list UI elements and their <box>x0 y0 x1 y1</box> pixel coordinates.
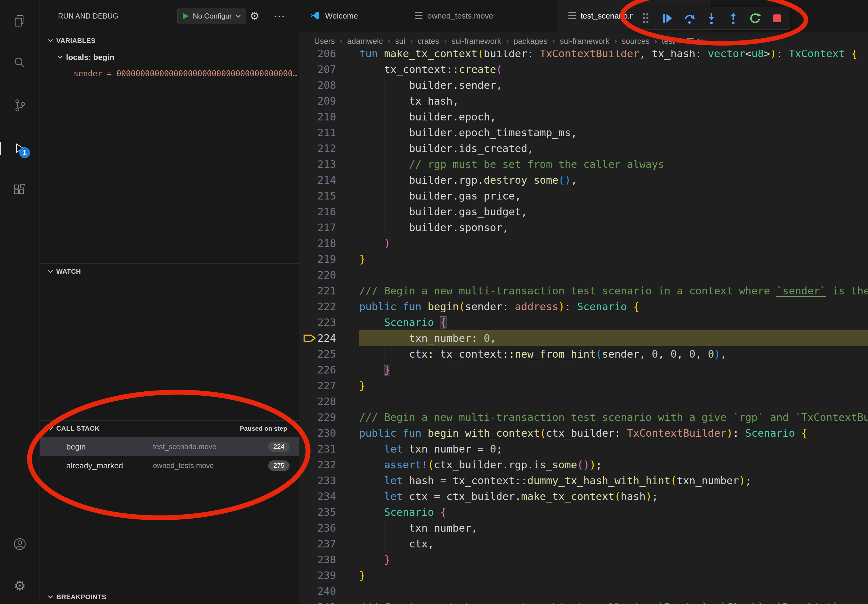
line-number[interactable]: 237 <box>299 536 359 552</box>
line-number[interactable]: 208 <box>299 77 359 93</box>
line-number[interactable]: 229 <box>299 409 359 425</box>
source-control-icon[interactable] <box>12 98 27 113</box>
more-actions-icon[interactable]: ⋯ <box>273 8 285 24</box>
code-line[interactable]: 226 } <box>299 362 868 378</box>
line-number[interactable]: 238 <box>299 552 359 567</box>
line-number[interactable]: 233 <box>299 472 359 488</box>
code-line[interactable]: 237 ctx, <box>299 536 868 552</box>
code-line[interactable]: 227} <box>299 378 868 393</box>
launch-config-control[interactable]: No Configur <box>177 8 246 24</box>
code-line[interactable]: 239} <box>299 567 868 583</box>
line-number[interactable]: 211 <box>299 125 359 141</box>
line-number[interactable]: 232 <box>299 457 359 472</box>
code-line[interactable]: 225 ctx: tx_context::new_from_hint(sende… <box>299 346 868 362</box>
code-line[interactable]: 236 txn_number, <box>299 520 868 536</box>
line-number[interactable]: 218 <box>299 235 359 251</box>
debug-settings-gear-icon[interactable]: ⚙ <box>250 8 259 24</box>
breadcrumb-item[interactable]: sui-framework <box>560 37 609 46</box>
code-line[interactable]: 222public fun begin(sender: address): Sc… <box>299 299 868 314</box>
start-debug-icon[interactable] <box>181 12 190 21</box>
step-out-button[interactable] <box>727 12 740 25</box>
step-over-button[interactable] <box>683 12 696 25</box>
code-line[interactable]: 214 builder.rgp.destroy_some(), <box>299 172 868 188</box>
code-line[interactable]: 209 tx_hash, <box>299 93 868 109</box>
code-line[interactable]: 210 builder.epoch, <box>299 109 868 125</box>
code-line[interactable]: 220 <box>299 267 868 283</box>
code-line[interactable]: 223 Scenario { <box>299 314 868 330</box>
code-line[interactable]: 229/// Begin a new multi-transaction tes… <box>299 409 868 425</box>
line-number[interactable]: 221 <box>299 283 359 299</box>
breadcrumb-item[interactable]: Users <box>314 37 335 46</box>
launch-config-label[interactable]: No Configur <box>193 12 232 20</box>
code-line[interactable]: 213 // rgp must be set from the caller a… <box>299 156 868 172</box>
line-number[interactable]: 236 <box>299 520 359 536</box>
code-line[interactable]: 232 assert!(ctx_builder.rgp.is_some()); <box>299 457 868 472</box>
code-line[interactable]: 231 let txn_number = 0; <box>299 441 868 457</box>
settings-gear-icon[interactable]: ⚙ <box>12 578 27 593</box>
code-line[interactable]: 215 builder.gas_price, <box>299 188 868 204</box>
code-line[interactable]: 212 builder.ids_created, <box>299 141 868 156</box>
code-line[interactable]: 233 let hash = tx_context::dummy_tx_hash… <box>299 472 868 488</box>
account-icon[interactable] <box>12 537 27 551</box>
code-line[interactable]: 238 } <box>299 552 868 567</box>
line-number[interactable]: 214 <box>299 172 359 188</box>
line-number[interactable]: 222 <box>299 299 359 314</box>
code-line[interactable]: 234 let ctx = ctx_builder.make_tx_contex… <box>299 488 868 504</box>
line-number[interactable]: 230 <box>299 425 359 441</box>
tab-welcome[interactable]: Welcome <box>299 0 404 32</box>
code-line[interactable]: 217 builder.sponsor, <box>299 220 868 235</box>
line-number[interactable]: 220 <box>299 267 359 283</box>
breadcrumb-item[interactable]: crates <box>418 37 439 46</box>
breadcrumb-item[interactable]: test <box>662 37 674 46</box>
line-number[interactable]: 231 <box>299 441 359 457</box>
line-number[interactable]: 239 <box>299 567 359 583</box>
line-number[interactable]: 209 <box>299 93 359 109</box>
code-line[interactable]: 235 Scenario { <box>299 504 868 520</box>
line-number[interactable]: 217 <box>299 220 359 235</box>
line-number[interactable]: 207 <box>299 62 359 77</box>
line-number[interactable]: 213 <box>299 156 359 172</box>
breadcrumb-item[interactable]: sui-framework <box>452 37 501 46</box>
call-stack-frame[interactable]: begintest_scenario.move224 <box>40 437 299 456</box>
watch-section-header[interactable]: WATCH <box>40 263 299 279</box>
code-line[interactable]: 221/// Begin a new multi-transaction tes… <box>299 283 868 299</box>
variables-section-header[interactable]: VARIABLES <box>40 33 299 49</box>
variable-entry[interactable]: sender = 0000000000000000000000000000000… <box>40 66 299 82</box>
code-line[interactable]: 219} <box>299 251 868 267</box>
code-line[interactable]: 228 <box>299 393 868 409</box>
line-number[interactable]: 228 <box>299 393 359 409</box>
line-number[interactable]: 223 <box>299 314 359 330</box>
search-icon[interactable] <box>12 55 27 70</box>
code-line[interactable]: 211 builder.epoch_timestamp_ms, <box>299 125 868 141</box>
code-line[interactable]: 208 builder.sender, <box>299 77 868 93</box>
code-line[interactable]: 207 tx_context::create( <box>299 62 868 77</box>
run-and-debug-icon[interactable]: 1 <box>12 141 27 156</box>
toolbar-gripper[interactable] <box>639 12 653 25</box>
variables-scope-row[interactable]: locals: begin <box>40 49 299 65</box>
tab-owned-tests[interactable]: owned_tests.move <box>404 0 558 32</box>
line-number[interactable]: 240 <box>299 583 359 599</box>
call-stack-section-header[interactable]: CALL STACK Paused on step <box>40 420 299 436</box>
explorer-icon[interactable] <box>12 14 27 28</box>
line-number[interactable]: 219 <box>299 251 359 267</box>
line-number[interactable]: 215 <box>299 188 359 204</box>
restart-button[interactable] <box>749 12 762 25</box>
code-line[interactable]: 240 <box>299 583 868 599</box>
code-line[interactable]: 224 txn_number: 0, <box>299 330 868 346</box>
code-line[interactable]: 218 ) <box>299 235 868 251</box>
code-line[interactable]: 230public fun begin_with_context(ctx_bui… <box>299 425 868 441</box>
breadcrumb-item[interactable]: adamwelc <box>347 37 383 46</box>
step-into-button[interactable] <box>705 12 718 25</box>
stop-button[interactable] <box>770 12 784 25</box>
extensions-icon[interactable] <box>12 183 27 198</box>
line-number[interactable]: 210 <box>299 109 359 125</box>
line-number[interactable]: 227 <box>299 378 359 393</box>
breadcrumb-item[interactable]: sui <box>395 37 405 46</box>
code-line[interactable]: 216 builder.gas_budget, <box>299 204 868 220</box>
breakpoints-section-header[interactable]: BREAKPOINTS <box>40 589 299 604</box>
line-number[interactable]: 234 <box>299 488 359 504</box>
line-number[interactable]: 235 <box>299 504 359 520</box>
breadcrumb-item[interactable]: te <box>687 37 704 46</box>
line-number[interactable]: 216 <box>299 204 359 220</box>
breadcrumb-item[interactable]: sources <box>622 37 649 46</box>
